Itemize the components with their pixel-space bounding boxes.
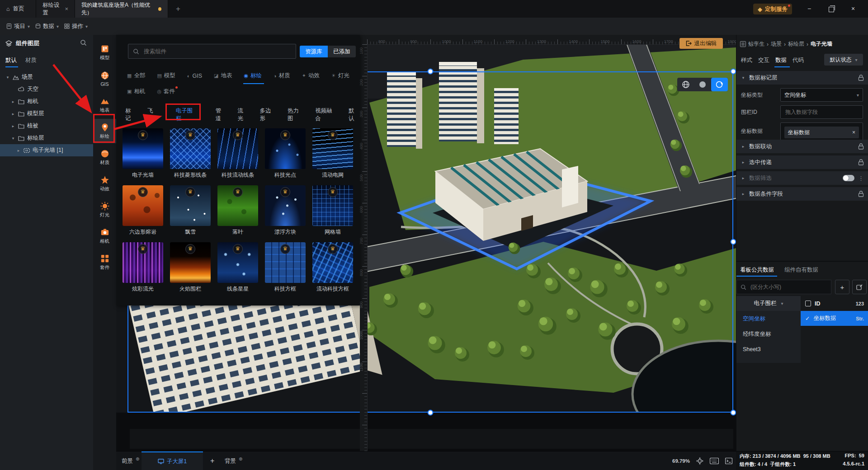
- sheet-item-sheet3[interactable]: Sheet3: [736, 342, 801, 357]
- zoom-level[interactable]: 69.79%: [672, 458, 690, 464]
- selection-handle-right[interactable]: [731, 239, 736, 245]
- tab-component-data[interactable]: 组件自有数据: [784, 266, 818, 274]
- component-card[interactable]: ♛科技流动线条: [217, 128, 258, 179]
- fence-id-input[interactable]: [784, 108, 854, 116]
- menu-data[interactable]: 数据▾: [35, 21, 59, 31]
- library-search-input[interactable]: [143, 48, 280, 55]
- sheet-item-latlng[interactable]: 经纬度坐标: [736, 326, 801, 342]
- section-data-filter[interactable]: ▸ 数据筛选 ⋮: [736, 171, 868, 185]
- checkbox-icon[interactable]: [805, 301, 811, 306]
- filter-model[interactable]: ▤模型: [157, 72, 175, 80]
- filter-all[interactable]: ▦全部: [127, 72, 145, 80]
- layers-tab-material[interactable]: 材质: [25, 56, 37, 64]
- category-marker[interactable]: 标记: [125, 107, 137, 122]
- screen-tab[interactable]: 子大屏1: [142, 451, 203, 470]
- dock-item-material[interactable]: 材质: [93, 145, 116, 169]
- flat-mode-button[interactable]: [694, 78, 711, 91]
- component-card[interactable]: ♛科技光点: [265, 128, 306, 179]
- restore-button[interactable]: [825, 3, 838, 14]
- component-card[interactable]: ♛流动科技方框: [312, 242, 353, 293]
- lock-icon[interactable]: [858, 191, 864, 197]
- globe-mode-button[interactable]: [677, 78, 694, 91]
- custom-service-badge[interactable]: ◆ 定制服务: [753, 4, 792, 14]
- edit-data-button[interactable]: [852, 280, 867, 294]
- fit-view-icon[interactable]: [696, 457, 703, 465]
- breadcrumb-item[interactable]: 鲸孪生: [748, 40, 764, 48]
- component-card[interactable]: ♛落叶: [217, 185, 258, 236]
- filter-effects[interactable]: ✦动效: [302, 72, 320, 80]
- minimize-button[interactable]: −: [802, 3, 816, 14]
- menu-project[interactable]: 项目▾: [6, 21, 30, 31]
- close-tab-icon[interactable]: ×: [65, 5, 68, 12]
- sheet-selector[interactable]: 电子围栏 ▾: [736, 296, 801, 311]
- exit-edit-button[interactable]: 退出编辑: [679, 38, 723, 49]
- dock-item-model[interactable]: 模型: [93, 40, 116, 65]
- selection-handle-top[interactable]: [428, 69, 434, 75]
- category-polygon[interactable]: 多边形: [260, 107, 277, 122]
- dock-item-effects[interactable]: 动效: [93, 171, 116, 196]
- filter-kit[interactable]: ◎套件: [157, 88, 175, 95]
- terminal-icon[interactable]: [725, 458, 732, 464]
- category-default[interactable]: 默认: [349, 107, 360, 122]
- category-flowlight[interactable]: 流光: [238, 107, 249, 122]
- filter-material[interactable]: ◑材质: [274, 72, 290, 80]
- tree-item-plot-layer[interactable]: ▾ 标绘层: [0, 132, 93, 144]
- data-search-input[interactable]: [750, 283, 819, 291]
- layers-tab-default[interactable]: 默认: [5, 56, 17, 64]
- keyboard-icon[interactable]: [710, 458, 719, 464]
- tab-scene-file[interactable]: 我的建筑底座场景A（性能优先）: [75, 0, 168, 18]
- selection-handle-bottom[interactable]: [428, 410, 434, 416]
- dock-item-light[interactable]: 灯光: [93, 197, 116, 222]
- expand-icon[interactable]: ▸: [11, 99, 15, 104]
- library-search-box[interactable]: [128, 44, 296, 59]
- tab-board-data[interactable]: 看板公共数据: [740, 266, 774, 274]
- expand-icon[interactable]: ▾: [11, 136, 15, 141]
- tree-item-electronic-wall[interactable]: ▸ 电子光墙 [1]: [0, 144, 93, 156]
- tab-interaction[interactable]: 交互: [758, 56, 769, 64]
- dock-item-terrain[interactable]: 地表: [93, 93, 116, 117]
- field-row-id[interactable]: ID 123: [801, 296, 868, 311]
- category-heatmap[interactable]: 热力图: [288, 107, 304, 122]
- coord-data-chip[interactable]: 坐标数据 ×: [784, 127, 859, 138]
- component-card[interactable]: ♛漂浮方块: [265, 185, 306, 236]
- filter-terrain[interactable]: ◪地表: [214, 72, 232, 80]
- section-data-condition[interactable]: ▸ 数据条件字段: [736, 187, 868, 201]
- lock-icon[interactable]: [858, 159, 864, 165]
- lock-icon[interactable]: [858, 143, 864, 150]
- tab-code[interactable]: 代码: [793, 56, 804, 64]
- breadcrumb-item[interactable]: 场景: [771, 40, 782, 48]
- tree-item-camera-folder[interactable]: ▸ 相机: [0, 95, 93, 108]
- lock-icon[interactable]: [858, 75, 864, 81]
- data-search-box[interactable]: [736, 280, 831, 294]
- component-card[interactable]: ♛科技方框: [265, 242, 306, 293]
- dock-item-camera[interactable]: 相机: [93, 224, 116, 248]
- component-card[interactable]: ♛电子光墙: [123, 128, 163, 179]
- remove-chip-icon[interactable]: ×: [852, 129, 855, 136]
- state-dropdown[interactable]: 默认状态 ▾: [824, 54, 863, 66]
- filter-light[interactable]: ☀灯光: [331, 72, 349, 80]
- fence-id-field[interactable]: [780, 105, 863, 119]
- tab-data[interactable]: 数据: [775, 56, 787, 64]
- add-screen-button[interactable]: +: [205, 451, 220, 470]
- component-card[interactable]: ♛火焰围栏: [170, 242, 211, 293]
- filter-toggle[interactable]: [843, 175, 854, 181]
- sheet-item-spatial[interactable]: 空间坐标: [736, 311, 801, 326]
- add-background-icon[interactable]: ⊕: [239, 456, 242, 461]
- tree-item-vegetation[interactable]: ▸ 植被: [0, 120, 93, 132]
- component-card[interactable]: ♛线条星星: [217, 242, 258, 293]
- coord-type-select[interactable]: 空间坐标 ▾: [780, 88, 863, 102]
- add-foreground-icon[interactable]: ⊕: [136, 456, 139, 461]
- expand-icon[interactable]: ▸: [11, 124, 15, 128]
- expand-icon[interactable]: ▸: [16, 148, 21, 153]
- source-tab-added[interactable]: 已添加: [328, 46, 356, 57]
- component-card[interactable]: ♛科技菱形线条: [170, 128, 211, 179]
- tab-plot-settings[interactable]: 标绘设置 ×: [36, 0, 75, 18]
- layers-search-button[interactable]: [80, 39, 87, 47]
- selection-handle-bottom-right[interactable]: [731, 410, 736, 416]
- filter-gis[interactable]: ◐GIS: [187, 72, 202, 80]
- filter-camera[interactable]: ▣相机: [127, 88, 145, 95]
- tree-item-scene[interactable]: ▾ 场景: [0, 71, 93, 83]
- tree-item-model-layer[interactable]: ▸ 模型层: [0, 108, 93, 120]
- selection-handle-top-right[interactable]: [731, 69, 736, 75]
- category-flyline[interactable]: 飞线: [147, 107, 159, 122]
